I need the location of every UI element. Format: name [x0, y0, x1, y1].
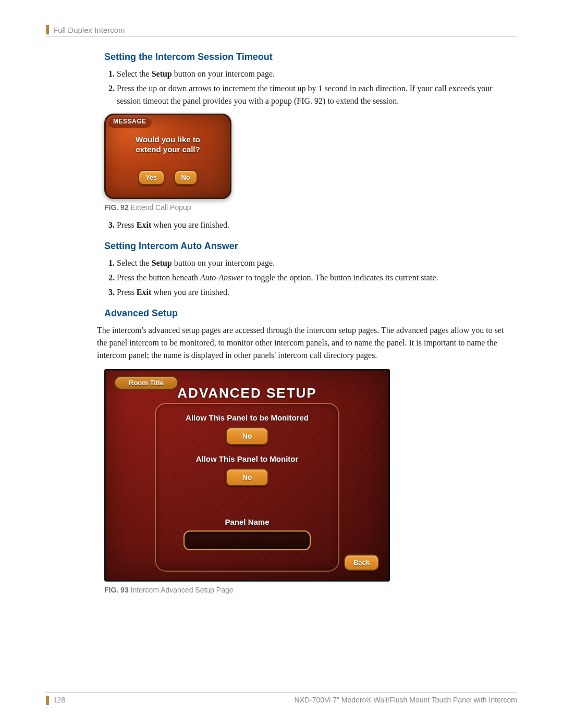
step-b3: Press Exit when you are finished. [117, 286, 511, 299]
toggle-allow-be-monitored[interactable]: No [226, 427, 269, 445]
footer-accent-bar [46, 696, 49, 705]
back-button[interactable]: Back [344, 554, 379, 571]
extend-call-popup: MESSAGE Would you like to extend your ca… [104, 114, 231, 199]
toggle-allow-to-monitor[interactable]: No [226, 468, 269, 486]
footer-doc-title: NXD-700Vi 7" Modero® Wall/Flush Mount To… [295, 696, 517, 704]
step-b1: Select the Setup button on your intercom… [117, 257, 511, 269]
label-panel-name: Panel Name [156, 517, 338, 526]
header-accent-bar [46, 25, 49, 34]
header-section-text: Full Duplex Intercom [53, 26, 125, 34]
page-footer: 128 NXD-700Vi 7" Modero® Wall/Flush Moun… [46, 692, 517, 705]
header-divider [46, 36, 517, 37]
advanced-setup-page: Room Title ADVANCED SETUP Allow This Pan… [104, 369, 390, 582]
popup-title: MESSAGE [108, 116, 152, 127]
popup-message: Would you like to extend your call? [106, 135, 230, 155]
page-number: 128 [53, 696, 65, 704]
step-a3: Press Exit when you are finished. [117, 219, 511, 231]
step-a1: Select the Setup button on your intercom… [117, 68, 511, 80]
step-b2: Press the button beneath Auto-Answer to … [117, 272, 511, 284]
no-button[interactable]: No [174, 170, 198, 185]
heading-session-timeout: Setting the Intercom Session Timeout [104, 52, 511, 63]
step-a2: Press the up or down arrows to increment… [117, 82, 511, 107]
page-header: Full Duplex Intercom [46, 25, 517, 34]
fig93-caption: FIG. 93 Intercom Advanced Setup Page [104, 586, 511, 594]
heading-auto-answer: Setting Intercom Auto Answer [104, 241, 511, 252]
label-allow-to-monitor: Allow This Panel to Monitor [156, 454, 338, 463]
heading-advanced-setup: Advanced Setup [104, 308, 511, 319]
fig92-caption: FIG. 92 Extend Call Popup [104, 203, 511, 212]
label-allow-be-monitored: Allow This Panel to be Monitored [156, 413, 338, 422]
advanced-setup-paragraph: The intercom's advanced setup pages are … [97, 324, 511, 362]
panel-name-input[interactable] [183, 530, 311, 550]
advanced-setup-frame: Allow This Panel to be Monitored No Allo… [155, 403, 339, 572]
yes-button[interactable]: Yes [138, 170, 164, 185]
advanced-setup-title: ADVANCED SETUP [106, 385, 388, 401]
